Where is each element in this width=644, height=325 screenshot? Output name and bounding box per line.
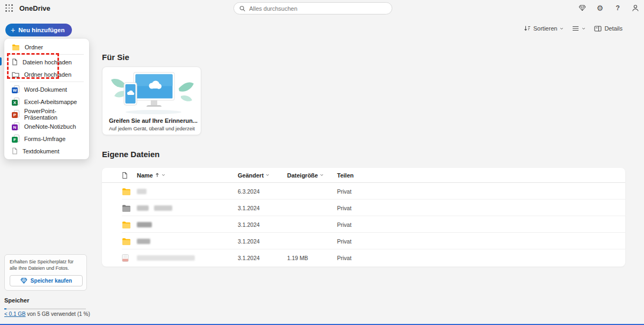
column-header-modified[interactable]: Geändert xyxy=(238,172,269,179)
excel-icon: X xyxy=(12,98,19,106)
modified-date: 3.1.2024 xyxy=(238,238,260,245)
folder-upload-icon xyxy=(12,71,19,77)
folder-icon xyxy=(122,188,131,195)
modified-date: 3.1.2024 xyxy=(238,221,260,228)
search-box[interactable] xyxy=(233,2,392,14)
add-new-dropdown-menu: Ordner Dateien hochladen Ordner hochlade… xyxy=(4,39,89,159)
forms-icon: F xyxy=(12,135,19,143)
file-type-column-icon[interactable] xyxy=(122,172,128,179)
share-status: Privat xyxy=(337,205,352,211)
details-pane-icon xyxy=(594,26,602,32)
menu-item-label: Ordner hochladen xyxy=(24,71,71,78)
menu-item-label: Textdokument xyxy=(23,148,59,154)
details-pane-button[interactable]: Details xyxy=(594,25,623,32)
add-new-button[interactable]: + Neu hinzufügen xyxy=(5,24,72,36)
premium-diamond-icon[interactable] xyxy=(578,4,587,12)
buy-storage-label: Speicher kaufen xyxy=(31,278,72,284)
powerpoint-icon: P xyxy=(12,110,19,118)
storage-usage-link[interactable]: < 0.1 GB xyxy=(4,311,26,317)
menu-item-label: OneNote-Notizbuch xyxy=(24,123,76,130)
file-size: 1.19 MB xyxy=(287,255,308,261)
sort-ascending-icon xyxy=(155,173,159,178)
redacted-file-name xyxy=(137,205,172,211)
sort-button[interactable]: Sortieren xyxy=(524,25,564,32)
menu-item-label: Excel-Arbeitsmappe xyxy=(24,99,77,105)
chevron-down-icon xyxy=(266,173,269,177)
menu-item-powerpoint-presentation[interactable]: P PowerPoint-Präsentation xyxy=(4,108,89,120)
chevron-down-icon xyxy=(560,27,564,31)
list-view-icon xyxy=(572,26,579,31)
menu-item-word-document[interactable]: W Word-Dokument xyxy=(4,83,89,95)
pdf-file-icon xyxy=(122,254,129,262)
menu-item-label: Dateien hochladen xyxy=(23,59,72,65)
redacted-file-name xyxy=(137,189,147,194)
onenote-icon: N xyxy=(12,122,19,130)
devices-cloud-illustration xyxy=(103,68,201,116)
focus-indicator-bar xyxy=(0,57,2,65)
search-icon xyxy=(239,5,245,12)
details-label: Details xyxy=(604,25,623,32)
storage-promo-card: Erhalten Sie Speicherplatz für alle Ihre… xyxy=(4,254,87,291)
modified-date: 3.1.2024 xyxy=(238,205,260,211)
text-document-icon xyxy=(12,147,18,154)
app-launcher-icon[interactable] xyxy=(5,4,13,12)
folder-icon xyxy=(122,238,131,245)
menu-item-folder[interactable]: Ordner xyxy=(4,41,89,53)
plus-icon: + xyxy=(11,26,15,34)
storage-progress-bar xyxy=(4,308,86,309)
files-table: Name Geändert Dateigröße Teilen 6.3.2024… xyxy=(102,168,625,267)
chevron-down-icon xyxy=(582,27,586,31)
menu-item-upload-folder[interactable]: Ordner hochladen xyxy=(4,68,89,80)
menu-item-label: PowerPoint-Präsentation xyxy=(24,108,82,121)
for-you-heading: Für Sie xyxy=(102,53,129,62)
column-header-size[interactable]: Dateigröße xyxy=(287,172,324,179)
file-row[interactable]: 3.1.2024 Privat xyxy=(102,233,625,249)
help-icon[interactable]: ? xyxy=(613,4,622,12)
search-input[interactable] xyxy=(249,5,386,12)
menu-divider xyxy=(10,54,84,55)
modified-date: 3.1.2024 xyxy=(238,255,260,261)
menu-item-text-document[interactable]: Textdokument xyxy=(4,145,89,157)
premium-diamond-icon xyxy=(20,278,27,284)
share-status: Privat xyxy=(337,255,352,261)
redacted-file-name xyxy=(137,239,150,244)
file-upload-icon xyxy=(12,58,18,65)
chevron-down-icon xyxy=(320,173,324,177)
column-header-name[interactable]: Name xyxy=(137,172,165,179)
settings-gear-icon[interactable]: ⚙ xyxy=(596,4,604,12)
file-row[interactable]: 3.1.2024 1.19 MB Privat xyxy=(102,249,625,267)
storage-heading: Speicher xyxy=(4,297,29,304)
folder-icon xyxy=(122,221,131,228)
buy-storage-button[interactable]: Speicher kaufen xyxy=(10,275,83,286)
menu-item-upload-files[interactable]: Dateien hochladen xyxy=(4,56,89,68)
storage-usage-text: < 0.1 GB von 5 GB verwendet (1 %) xyxy=(4,311,90,317)
view-options-button[interactable] xyxy=(572,26,586,31)
memories-card-title: Greifen Sie auf Ihre Erinnerun... xyxy=(109,117,197,124)
redacted-file-name xyxy=(137,255,195,261)
menu-item-label: Ordner xyxy=(25,44,43,50)
memories-card[interactable]: Greifen Sie auf Ihre Erinnerun... Auf je… xyxy=(102,67,201,135)
menu-item-label: Word-Dokument xyxy=(24,86,67,93)
sort-label: Sortieren xyxy=(533,25,558,32)
chevron-down-icon xyxy=(162,173,165,177)
menu-item-excel-workbook[interactable]: X Excel-Arbeitsmappe xyxy=(4,95,89,108)
sort-icon xyxy=(524,25,531,32)
account-icon[interactable] xyxy=(631,4,640,12)
menu-item-forms-survey[interactable]: F Forms-Umfrage xyxy=(4,132,89,145)
file-row[interactable]: 6.3.2024 Privat xyxy=(102,183,625,200)
files-table-header: Name Geändert Dateigröße Teilen xyxy=(102,168,625,183)
column-header-share[interactable]: Teilen xyxy=(337,172,354,179)
share-status: Privat xyxy=(337,221,352,228)
folder-icon xyxy=(122,204,131,212)
file-row[interactable]: 3.1.2024 Privat xyxy=(102,200,625,216)
my-files-heading: Eigene Dateien xyxy=(102,150,160,159)
menu-divider xyxy=(10,82,84,82)
folder-icon xyxy=(12,44,20,50)
storage-progress-fill xyxy=(4,308,6,309)
memories-card-subtitle: Auf jedem Gerät, überall und jederzeit xyxy=(109,125,195,131)
app-title: OneDrive xyxy=(19,4,50,12)
file-row[interactable]: 3.1.2024 Privat xyxy=(102,216,625,233)
add-new-label: Neu hinzufügen xyxy=(18,27,64,33)
menu-item-onenote-notebook[interactable]: N OneNote-Notizbuch xyxy=(4,120,89,132)
word-icon: W xyxy=(12,85,19,93)
